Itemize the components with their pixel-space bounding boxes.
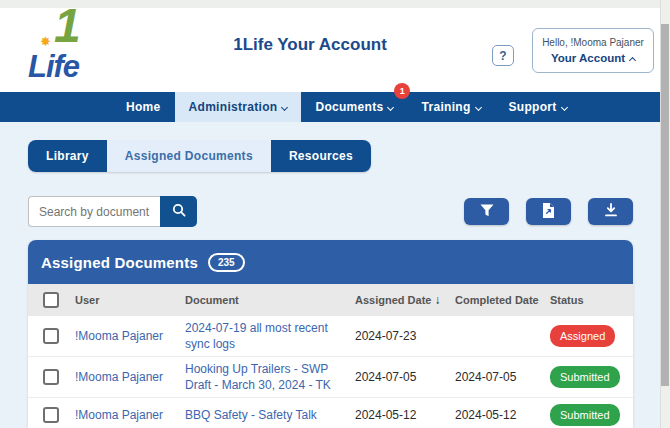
chevron-up-icon (629, 57, 636, 64)
completed-date: 2024-05-12 (448, 403, 543, 427)
export-file-icon (542, 203, 555, 221)
tab-resources[interactable]: Resources (271, 140, 371, 172)
logo-life-glyph: Life (28, 51, 79, 82)
panel-title: Assigned Documents (41, 254, 198, 271)
row-checkbox[interactable] (43, 369, 59, 385)
document-link[interactable]: Hooking Up Trailers - SWP Draft - March … (178, 357, 348, 397)
column-header-document[interactable]: Document (178, 294, 348, 306)
completed-date: 2024-07-05 (448, 365, 543, 389)
chevron-down-icon (281, 103, 288, 110)
download-icon (604, 203, 618, 220)
nav-item-support[interactable]: Support (495, 92, 581, 122)
toolbar-actions (464, 198, 633, 225)
table-header-row: User Document Assigned Date↓ Completed D… (28, 284, 633, 316)
column-header-user[interactable]: User (68, 294, 178, 306)
content-area: Library Assigned Documents Resources (0, 122, 670, 428)
top-strip (0, 0, 670, 8)
download-button[interactable] (588, 198, 633, 225)
assigned-date: 2024-07-23 (348, 324, 448, 348)
scrollbar-thumb[interactable] (661, 24, 669, 386)
help-button[interactable]: ? (492, 45, 514, 66)
row-checkbox[interactable] (43, 407, 59, 423)
table-row[interactable]: !Mooma Pajaner Hooking Up Trailers - SWP… (28, 357, 633, 398)
user-greeting: Hello, !Mooma Pajaner (539, 37, 647, 48)
question-mark-icon: ? (499, 49, 506, 63)
status-badge: Assigned (550, 325, 615, 347)
user-link[interactable]: !Mooma Pajaner (68, 365, 178, 389)
column-header-completed-date[interactable]: Completed Date (448, 294, 543, 306)
main-nav: Home Administration Documents 1 Training… (0, 92, 670, 122)
tab-bar: Library Assigned Documents Resources (28, 140, 371, 172)
user-account-button[interactable]: Hello, !Mooma Pajaner Your Account (532, 28, 654, 73)
table-row[interactable]: !Mooma Pajaner BBQ Safety - Safety Talk … (28, 398, 633, 428)
tab-assigned-documents[interactable]: Assigned Documents (107, 140, 271, 172)
column-header-assigned-date[interactable]: Assigned Date↓ (348, 293, 448, 307)
sun-icon: ✸ (40, 34, 51, 49)
status-badge: Submitted (550, 404, 620, 426)
document-count-badge: 235 (208, 253, 245, 272)
header: 1 ✸ Life 1Life Your Account ? Hello, !Mo… (0, 8, 670, 92)
chevron-down-icon (387, 103, 394, 110)
search-bar (28, 196, 197, 227)
page-title: 1Life Your Account (180, 35, 440, 55)
document-link[interactable]: BBQ Safety - Safety Talk (178, 403, 348, 427)
tab-library[interactable]: Library (28, 140, 107, 172)
row-checkbox[interactable] (43, 328, 59, 344)
column-header-status[interactable]: Status (543, 294, 633, 306)
app-logo[interactable]: 1 ✸ Life (28, 8, 120, 84)
nav-item-home[interactable]: Home (112, 92, 175, 122)
your-account-label: Your Account (551, 52, 625, 64)
user-link[interactable]: !Mooma Pajaner (68, 403, 178, 427)
sort-descending-icon: ↓ (434, 293, 440, 307)
completed-date (448, 332, 543, 340)
nav-item-administration[interactable]: Administration (175, 92, 302, 122)
toolbar (28, 196, 633, 227)
filter-button[interactable] (464, 198, 509, 225)
search-button[interactable] (160, 196, 197, 227)
status-badge: Submitted (550, 366, 620, 388)
user-link[interactable]: !Mooma Pajaner (68, 324, 178, 348)
logo-one-glyph: 1 (54, 2, 81, 50)
table-row[interactable]: !Mooma Pajaner 2024-07-19 all most recen… (28, 316, 633, 357)
assigned-date: 2024-05-12 (348, 403, 448, 427)
chevron-down-icon (475, 103, 482, 110)
filter-icon (480, 204, 494, 220)
nav-item-training[interactable]: Training (407, 92, 494, 122)
search-icon (171, 202, 187, 221)
nav-item-documents[interactable]: Documents 1 (301, 92, 407, 122)
assigned-documents-panel: Assigned Documents 235 User Document Ass… (28, 240, 633, 428)
scrollbar-track (660, 0, 670, 428)
search-input[interactable] (28, 196, 160, 227)
panel-header: Assigned Documents 235 (28, 240, 633, 284)
select-all-checkbox[interactable] (43, 292, 59, 308)
document-link[interactable]: 2024-07-19 all most recent sync logs (178, 316, 348, 356)
export-file-button[interactable] (526, 198, 571, 225)
chevron-down-icon (561, 103, 568, 110)
assigned-date: 2024-07-05 (348, 365, 448, 389)
